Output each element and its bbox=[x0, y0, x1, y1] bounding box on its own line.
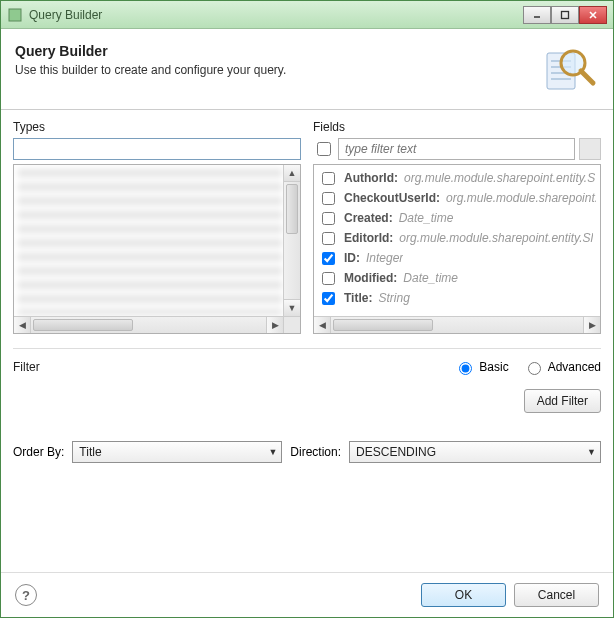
scroll-left-icon[interactable]: ◀ bbox=[14, 317, 31, 333]
field-type: Date_time bbox=[403, 271, 458, 285]
direction-value: DESCENDING bbox=[356, 445, 436, 459]
field-row[interactable]: ID: Integer bbox=[318, 249, 596, 267]
chevron-down-icon: ▼ bbox=[268, 447, 277, 457]
field-type: org.mule.module.sharepoint. bbox=[446, 191, 596, 205]
field-type: org.mule.module.sharepoint.entity.S bbox=[404, 171, 595, 185]
filter-section: Filter Basic Advanced bbox=[13, 359, 601, 375]
field-row[interactable]: EditorId: org.mule.module.sharepoint.ent… bbox=[318, 229, 596, 247]
field-row[interactable]: CheckoutUserId: org.mule.module.sharepoi… bbox=[318, 189, 596, 207]
scroll-left-icon[interactable]: ◀ bbox=[314, 317, 331, 333]
fields-horizontal-scrollbar[interactable]: ◀ ▶ bbox=[314, 316, 600, 333]
ok-label: OK bbox=[455, 588, 472, 602]
scroll-down-icon[interactable]: ▼ bbox=[284, 299, 300, 316]
fields-filter-checkbox[interactable] bbox=[317, 142, 331, 156]
dialog-footer: ? OK Cancel bbox=[1, 572, 613, 617]
order-by-label: Order By: bbox=[13, 445, 64, 459]
field-checkbox[interactable] bbox=[322, 192, 335, 205]
close-button[interactable] bbox=[579, 6, 607, 24]
footer-buttons: OK Cancel bbox=[421, 583, 599, 607]
field-type: String bbox=[378, 291, 409, 305]
scroll-track[interactable] bbox=[284, 182, 300, 299]
scroll-up-icon[interactable]: ▲ bbox=[284, 165, 300, 182]
order-by-select[interactable]: Title ▼ bbox=[72, 441, 282, 463]
fields-list[interactable]: AuthorId: org.mule.module.sharepoint.ent… bbox=[313, 164, 601, 334]
window-controls bbox=[523, 6, 607, 24]
titlebar: Query Builder bbox=[1, 1, 613, 29]
fields-filter-input[interactable] bbox=[338, 138, 575, 160]
field-name: ID: bbox=[344, 251, 360, 265]
filter-mode-advanced[interactable]: Advanced bbox=[523, 359, 601, 375]
field-row[interactable]: Modified: Date_time bbox=[318, 269, 596, 287]
columns: Types ▲ ▼ ◀ bbox=[13, 120, 601, 334]
ok-button[interactable]: OK bbox=[421, 583, 506, 607]
direction-select[interactable]: DESCENDING ▼ bbox=[349, 441, 601, 463]
dialog-body: Types ▲ ▼ ◀ bbox=[1, 110, 613, 572]
field-row[interactable]: Created: Date_time bbox=[318, 209, 596, 227]
add-filter-label: Add Filter bbox=[537, 394, 588, 408]
add-filter-button[interactable]: Add Filter bbox=[524, 389, 601, 413]
fields-list-inner: AuthorId: org.mule.module.sharepoint.ent… bbox=[318, 169, 596, 315]
page-title: Query Builder bbox=[15, 43, 539, 59]
scroll-thumb[interactable] bbox=[286, 184, 298, 234]
field-name: EditorId: bbox=[344, 231, 393, 245]
field-checkbox[interactable] bbox=[322, 292, 335, 305]
scroll-thumb[interactable] bbox=[333, 319, 433, 331]
scroll-thumb[interactable] bbox=[33, 319, 133, 331]
types-list-content-blurred bbox=[18, 169, 282, 315]
types-list[interactable]: ▲ ▼ ◀ ▶ bbox=[13, 164, 301, 334]
field-name: AuthorId: bbox=[344, 171, 398, 185]
types-panel: Types ▲ ▼ ◀ bbox=[13, 120, 301, 334]
maximize-button[interactable] bbox=[551, 6, 579, 24]
types-label: Types bbox=[13, 120, 301, 134]
field-name: Modified: bbox=[344, 271, 397, 285]
filter-mode-group: Basic Advanced bbox=[454, 359, 601, 375]
field-checkbox[interactable] bbox=[322, 272, 335, 285]
field-checkbox[interactable] bbox=[322, 232, 335, 245]
types-search-input[interactable] bbox=[13, 138, 301, 160]
filter-mode-basic[interactable]: Basic bbox=[454, 359, 508, 375]
field-name: Created: bbox=[344, 211, 393, 225]
order-by-value: Title bbox=[79, 445, 101, 459]
help-icon[interactable]: ? bbox=[15, 584, 37, 606]
fields-filter-clear-button[interactable] bbox=[579, 138, 601, 160]
field-type: Date_time bbox=[399, 211, 454, 225]
scroll-corner bbox=[283, 317, 300, 333]
types-horizontal-scrollbar[interactable]: ◀ ▶ bbox=[14, 316, 300, 333]
magnifier-icon bbox=[539, 39, 599, 99]
field-name: CheckoutUserId: bbox=[344, 191, 440, 205]
field-name: Title: bbox=[344, 291, 372, 305]
types-vertical-scrollbar[interactable]: ▲ ▼ bbox=[283, 165, 300, 316]
scroll-track[interactable] bbox=[331, 317, 583, 333]
svg-rect-2 bbox=[562, 11, 569, 18]
add-filter-row: Add Filter bbox=[13, 389, 601, 413]
dialog-header: Query Builder Use this builder to create… bbox=[1, 29, 613, 110]
cancel-label: Cancel bbox=[538, 588, 575, 602]
field-row[interactable]: AuthorId: org.mule.module.sharepoint.ent… bbox=[318, 169, 596, 187]
field-checkbox[interactable] bbox=[322, 212, 335, 225]
header-text-block: Query Builder Use this builder to create… bbox=[15, 39, 539, 77]
direction-label: Direction: bbox=[290, 445, 341, 459]
field-row[interactable]: Title: String bbox=[318, 289, 596, 307]
radio-advanced[interactable] bbox=[528, 362, 541, 375]
fields-label: Fields bbox=[313, 120, 601, 134]
filter-label: Filter bbox=[13, 360, 454, 374]
divider bbox=[13, 348, 601, 349]
field-checkbox[interactable] bbox=[322, 252, 335, 265]
chevron-down-icon: ▼ bbox=[587, 447, 596, 457]
radio-basic[interactable] bbox=[459, 362, 472, 375]
scroll-right-icon[interactable]: ▶ bbox=[583, 317, 600, 333]
fields-filter-row bbox=[313, 138, 601, 160]
cancel-button[interactable]: Cancel bbox=[514, 583, 599, 607]
field-type: Integer bbox=[366, 251, 403, 265]
scroll-track[interactable] bbox=[31, 317, 266, 333]
svg-rect-0 bbox=[9, 9, 21, 21]
minimize-button[interactable] bbox=[523, 6, 551, 24]
order-by-section: Order By: Title ▼ Direction: DESCENDING … bbox=[13, 441, 601, 463]
svg-line-9 bbox=[581, 71, 593, 83]
scroll-right-icon[interactable]: ▶ bbox=[266, 317, 283, 333]
window-title: Query Builder bbox=[29, 8, 523, 22]
radio-basic-label: Basic bbox=[479, 360, 508, 374]
field-checkbox[interactable] bbox=[322, 172, 335, 185]
radio-advanced-label: Advanced bbox=[548, 360, 601, 374]
app-icon bbox=[7, 7, 23, 23]
